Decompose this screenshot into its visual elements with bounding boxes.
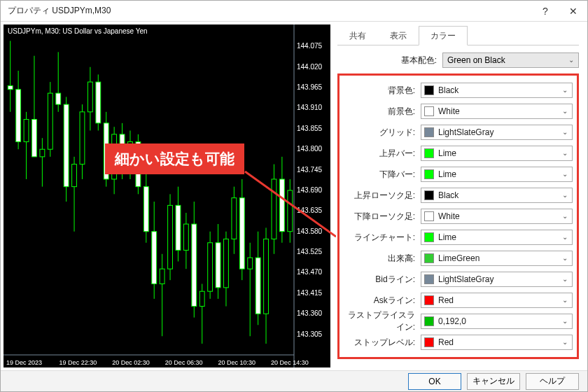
chevron-down-icon: ⌄ bbox=[562, 149, 568, 157]
ok-button[interactable]: OK bbox=[408, 373, 461, 390]
color-name: Black bbox=[438, 190, 458, 200]
svg-rect-92 bbox=[279, 179, 284, 232]
help-button[interactable]: ヘルプ bbox=[526, 373, 579, 390]
color-row-label: 前景色: bbox=[344, 106, 421, 118]
svg-rect-40 bbox=[72, 164, 77, 187]
color-select[interactable]: Black⌄ bbox=[421, 188, 573, 203]
color-swatch bbox=[424, 127, 434, 137]
color-row: 下降バー:Lime⌄ bbox=[344, 164, 573, 185]
color-row-label: Askライン: bbox=[344, 295, 421, 307]
color-name: LightSlateGray bbox=[438, 127, 493, 137]
color-select[interactable]: White⌄ bbox=[421, 104, 573, 119]
svg-text:144.020: 144.020 bbox=[297, 63, 323, 71]
color-row: 出来高:LimeGreen⌄ bbox=[344, 248, 573, 269]
color-select[interactable]: LightSlateGray⌄ bbox=[421, 272, 573, 287]
svg-rect-44 bbox=[88, 82, 92, 112]
color-name: White bbox=[438, 211, 460, 221]
color-name: White bbox=[438, 106, 460, 116]
svg-rect-88 bbox=[264, 239, 269, 314]
svg-text:143.800: 143.800 bbox=[297, 145, 323, 153]
color-select[interactable]: Red⌄ bbox=[421, 293, 573, 308]
svg-rect-82 bbox=[239, 198, 244, 269]
svg-text:143.415: 143.415 bbox=[297, 289, 323, 297]
color-swatch bbox=[424, 274, 434, 284]
svg-rect-76 bbox=[216, 243, 220, 288]
cancel-button[interactable]: キャンセル bbox=[467, 373, 520, 390]
chevron-down-icon: ⌄ bbox=[562, 275, 568, 283]
tab-display[interactable]: 表示 bbox=[378, 26, 419, 45]
chevron-down-icon: ⌄ bbox=[562, 296, 568, 304]
color-swatch bbox=[424, 190, 434, 200]
svg-text:143.855: 143.855 bbox=[297, 125, 323, 132]
svg-rect-90 bbox=[272, 179, 276, 239]
chart-header: USDJPYm, M30: US Dollar vs Japanese Yen bbox=[8, 27, 148, 35]
svg-text:20 Dec 14:30: 20 Dec 14:30 bbox=[271, 359, 309, 366]
color-select[interactable]: 0,192,0⌄ bbox=[421, 314, 573, 329]
svg-rect-78 bbox=[224, 239, 229, 287]
svg-rect-68 bbox=[183, 224, 188, 250]
chevron-down-icon: ⌄ bbox=[562, 170, 568, 178]
svg-rect-58 bbox=[144, 187, 148, 232]
color-select[interactable]: White⌄ bbox=[421, 209, 573, 224]
color-select[interactable]: Red⌄ bbox=[421, 335, 573, 350]
svg-rect-42 bbox=[80, 112, 85, 164]
base-scheme-select[interactable]: Green on Black ⌄ bbox=[442, 52, 579, 68]
tab-share[interactable]: 共有 bbox=[337, 26, 378, 45]
chevron-down-icon: ⌄ bbox=[562, 107, 568, 115]
color-row-label: 出来高: bbox=[344, 253, 421, 265]
color-swatch bbox=[424, 232, 434, 242]
color-row-label: ラストプライスライン: bbox=[344, 309, 421, 333]
close-icon[interactable]: ✕ bbox=[559, 1, 587, 22]
svg-text:143.305: 143.305 bbox=[297, 330, 323, 338]
color-select[interactable]: LimeGreen⌄ bbox=[421, 251, 573, 266]
color-row-label: 背景色: bbox=[344, 85, 421, 97]
tab-color[interactable]: カラー bbox=[419, 26, 468, 46]
svg-rect-72 bbox=[200, 291, 204, 306]
svg-text:143.745: 143.745 bbox=[297, 166, 323, 174]
color-row-label: 下降バー: bbox=[344, 169, 421, 181]
color-row: 上昇ローソク足:Black⌄ bbox=[344, 185, 573, 206]
color-row: ラインチャート:Lime⌄ bbox=[344, 227, 573, 248]
color-swatch bbox=[424, 337, 434, 347]
color-row: 上昇バー:Lime⌄ bbox=[344, 143, 573, 164]
svg-text:144.075: 144.075 bbox=[297, 42, 323, 50]
chevron-down-icon: ⌄ bbox=[562, 233, 568, 241]
svg-text:143.580: 143.580 bbox=[297, 227, 323, 235]
chart-pane: USDJPYm, M30: US Dollar vs Japanese Yen … bbox=[1, 22, 333, 370]
svg-rect-94 bbox=[288, 190, 293, 232]
color-name: Black bbox=[438, 85, 458, 95]
svg-rect-62 bbox=[160, 269, 164, 284]
color-select[interactable]: LightSlateGray⌄ bbox=[421, 125, 573, 140]
dialog-footer: OK キャンセル ヘルプ bbox=[1, 370, 587, 391]
chevron-down-icon: ⌄ bbox=[562, 317, 568, 325]
color-name: LightSlateGray bbox=[438, 274, 493, 284]
svg-text:20 Dec 10:30: 20 Dec 10:30 bbox=[218, 359, 255, 366]
help-icon[interactable]: ? bbox=[531, 1, 559, 22]
base-scheme-label: 基本配色: bbox=[337, 55, 442, 66]
svg-text:143.360: 143.360 bbox=[297, 309, 323, 317]
svg-text:20 Dec 02:30: 20 Dec 02:30 bbox=[112, 359, 150, 366]
color-row-label: ストップレベル: bbox=[344, 337, 421, 349]
svg-rect-36 bbox=[56, 93, 61, 104]
color-select[interactable]: Black⌄ bbox=[421, 83, 573, 98]
svg-text:143.910: 143.910 bbox=[297, 104, 323, 111]
color-swatch bbox=[424, 169, 434, 179]
color-row: Bidライン:LightSlateGray⌄ bbox=[344, 269, 573, 290]
svg-rect-70 bbox=[192, 224, 197, 307]
color-settings-group: 背景色:Black⌄前景色:White⌄グリッド:LightSlateGray⌄… bbox=[337, 74, 579, 359]
color-name: Lime bbox=[438, 169, 456, 179]
annotation-callout: 細かい設定も可能 bbox=[105, 144, 244, 174]
color-row-label: グリッド: bbox=[344, 127, 421, 139]
chevron-down-icon: ⌄ bbox=[562, 212, 568, 220]
settings-pane: 共有 表示 カラー 基本配色: Green on Black ⌄ 背景色:Bla… bbox=[333, 22, 587, 370]
color-select[interactable]: Lime⌄ bbox=[421, 230, 573, 245]
chevron-down-icon: ⌄ bbox=[562, 128, 568, 136]
color-select[interactable]: Lime⌄ bbox=[421, 146, 573, 161]
svg-rect-84 bbox=[248, 258, 253, 269]
chevron-down-icon: ⌄ bbox=[562, 86, 568, 94]
titlebar: プロパティ USDJPYm,M30 ? ✕ bbox=[1, 1, 587, 22]
svg-rect-26 bbox=[16, 90, 21, 142]
color-row-label: 上昇バー: bbox=[344, 148, 421, 160]
color-select[interactable]: Lime⌄ bbox=[421, 167, 573, 182]
chevron-down-icon: ⌄ bbox=[562, 338, 568, 346]
